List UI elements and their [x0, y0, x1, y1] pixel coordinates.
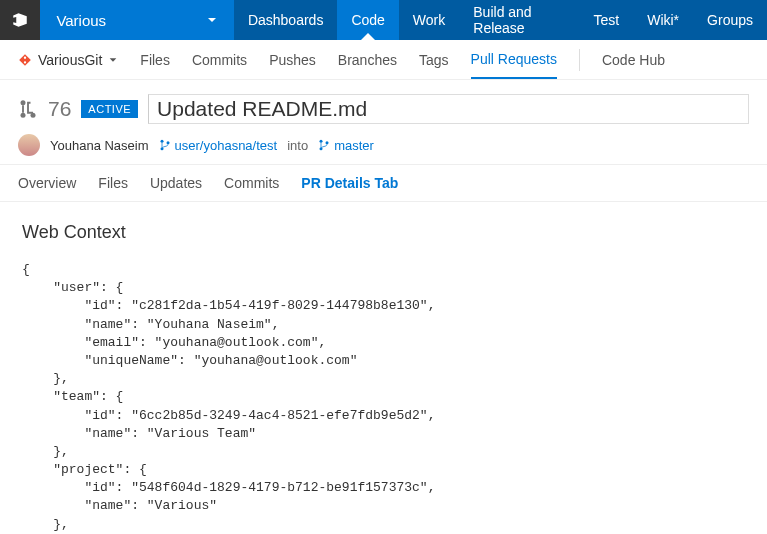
- divider: [579, 49, 580, 71]
- top-tab-groups[interactable]: Groups: [693, 0, 767, 40]
- branch-icon: [159, 139, 171, 151]
- repo-subnav: VariousGit FilesCommitsPushesBranchesTag…: [0, 40, 767, 80]
- subnav-tags[interactable]: Tags: [419, 42, 449, 78]
- pr-tab-files[interactable]: Files: [98, 175, 128, 201]
- top-tab-build-and-release[interactable]: Build and Release: [459, 0, 579, 40]
- subnav-pull-requests[interactable]: Pull Requests: [471, 41, 557, 79]
- pr-status-badge: ACTIVE: [81, 100, 138, 118]
- top-tab-work[interactable]: Work: [399, 0, 459, 40]
- subnav-branches[interactable]: Branches: [338, 42, 397, 78]
- subnav-items: FilesCommitsPushesBranchesTagsPull Reque…: [140, 41, 557, 78]
- source-branch-name: user/yohasna/test: [175, 138, 278, 153]
- pr-title-row: 76 ACTIVE Updated README.md: [18, 94, 749, 124]
- svg-point-3: [160, 140, 163, 143]
- top-tab-code[interactable]: Code: [337, 0, 398, 40]
- into-label: into: [287, 138, 308, 153]
- top-tabs: DashboardsCodeWorkBuild and ReleaseTestW…: [234, 0, 767, 40]
- subnav-files[interactable]: Files: [140, 42, 170, 78]
- pr-tab-overview[interactable]: Overview: [18, 175, 76, 201]
- pr-tab-updates[interactable]: Updates: [150, 175, 202, 201]
- subnav-commits[interactable]: Commits: [192, 42, 247, 78]
- repo-name: VariousGit: [38, 52, 102, 68]
- svg-point-8: [326, 141, 329, 144]
- web-context-json: { "user": { "id": "c281f2da-1b54-419f-80…: [22, 261, 745, 534]
- source-branch[interactable]: user/yohasna/test: [159, 138, 278, 153]
- pr-tab-commits[interactable]: Commits: [224, 175, 279, 201]
- pr-id: 76: [48, 97, 71, 121]
- code-hub-link[interactable]: Code Hub: [602, 42, 665, 78]
- pr-title-input[interactable]: Updated README.md: [148, 94, 749, 124]
- svg-point-1: [21, 113, 26, 118]
- git-repo-icon: [18, 53, 32, 67]
- pr-details-panel: Web Context { "user": { "id": "c281f2da-…: [0, 202, 767, 534]
- svg-point-5: [166, 141, 169, 144]
- avatar: [18, 134, 40, 156]
- pr-tab-pr-details-tab[interactable]: PR Details Tab: [301, 175, 398, 201]
- project-selector[interactable]: Various: [40, 0, 234, 40]
- project-name: Various: [56, 12, 196, 29]
- chevron-down-icon: [206, 14, 218, 26]
- top-tab-dashboards[interactable]: Dashboards: [234, 0, 338, 40]
- repo-selector[interactable]: VariousGit: [18, 52, 118, 68]
- global-nav: Various DashboardsCodeWorkBuild and Rele…: [0, 0, 767, 40]
- pr-header: 76 ACTIVE Updated README.md Youhana Nase…: [0, 80, 767, 165]
- svg-point-6: [320, 140, 323, 143]
- pr-author[interactable]: Youhana Naseim: [50, 138, 149, 153]
- target-branch-name: master: [334, 138, 374, 153]
- branch-icon: [318, 139, 330, 151]
- section-title: Web Context: [22, 222, 745, 243]
- pr-tabs: OverviewFilesUpdatesCommitsPR Details Ta…: [0, 165, 767, 202]
- top-tab-wiki-[interactable]: Wiki*: [633, 0, 693, 40]
- pull-request-icon: [18, 99, 38, 119]
- top-tab-test[interactable]: Test: [580, 0, 634, 40]
- subnav-pushes[interactable]: Pushes: [269, 42, 316, 78]
- target-branch[interactable]: master: [318, 138, 374, 153]
- vsts-logo-icon[interactable]: [0, 0, 40, 40]
- svg-point-0: [21, 100, 26, 105]
- pr-meta: Youhana Naseim user/yohasna/test into ma…: [18, 134, 749, 156]
- chevron-down-icon: [108, 55, 118, 65]
